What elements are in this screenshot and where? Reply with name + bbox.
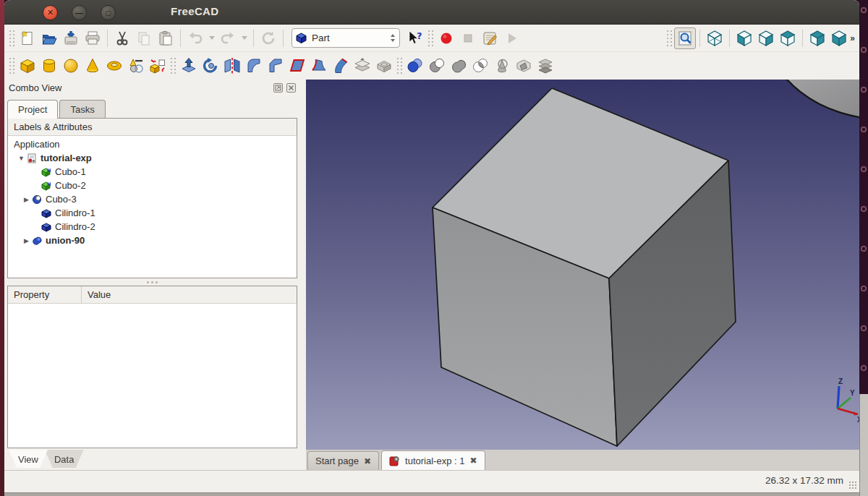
boolean-cut-icon [31, 194, 43, 205]
property-column-header[interactable]: Property [8, 286, 82, 303]
toolbar-handle[interactable] [9, 30, 15, 47]
view-axonometric-icon[interactable] [704, 27, 726, 49]
cut-icon[interactable] [111, 27, 133, 49]
collapsed-arrow-icon[interactable]: ▶ [22, 237, 31, 244]
undo-dropdown-icon[interactable] [206, 27, 217, 49]
tab-data[interactable]: Data [45, 450, 83, 469]
3d-viewport[interactable]: Z Y X [306, 80, 859, 450]
axis-z-label: Z [838, 377, 843, 385]
close-tab-icon[interactable]: ✖ [469, 456, 477, 466]
toolbar-handle[interactable] [396, 57, 403, 74]
part-mirror-icon[interactable] [221, 55, 243, 77]
freecad-document-icon [26, 153, 38, 163]
part-cross-section-icon[interactable] [513, 55, 535, 77]
part-torus-icon[interactable] [103, 55, 125, 77]
refresh-icon[interactable] [258, 27, 279, 49]
part-thickness-icon[interactable] [373, 55, 395, 77]
view-right-icon[interactable] [777, 27, 799, 49]
model-tree-frame: Labels & Attributes Application ▼ tutori… [7, 118, 297, 278]
part-chamfer-icon[interactable] [265, 55, 286, 77]
paste-icon[interactable] [155, 27, 176, 49]
part-section-icon[interactable] [491, 55, 513, 77]
tree-item-union-90[interactable]: ▶ union-90 [8, 234, 297, 247]
tree-item-cubo-1[interactable]: H Cubo-1 [8, 165, 297, 179]
toolbar-handle[interactable] [427, 30, 434, 47]
dimension-indicator: 26.32 x 17.32 mm [765, 475, 843, 486]
value-column-header[interactable]: Value [82, 286, 297, 303]
view-left-icon[interactable] [828, 27, 850, 49]
part-ruled-surface-icon[interactable] [308, 55, 330, 77]
print-icon[interactable] [82, 27, 103, 49]
part-boolean-icon[interactable] [404, 55, 426, 77]
undo-icon[interactable] [184, 27, 206, 49]
workbench-selector[interactable]: Part [292, 28, 400, 48]
part-cut-icon[interactable] [426, 55, 448, 77]
copy-icon[interactable] [133, 27, 155, 49]
tree-item-cilindro-1[interactable]: Cilindro-1 [8, 206, 297, 220]
part-extrude-icon[interactable] [178, 55, 200, 77]
panel-splitter-handle[interactable] [7, 278, 297, 286]
dock-splitter-handle[interactable] [300, 80, 306, 470]
redo-icon[interactable] [217, 27, 239, 49]
view-fit-all-icon[interactable] [674, 27, 696, 49]
open-document-icon[interactable] [38, 27, 60, 49]
tree-root-application[interactable]: Application [8, 137, 297, 151]
property-table-header: Property Value [8, 286, 297, 304]
tree-item-document[interactable]: ▼ tutorial-exp [8, 151, 297, 165]
toolbar-handle[interactable] [9, 57, 15, 74]
expanded-arrow-icon[interactable]: ▼ [17, 155, 26, 162]
minimize-button[interactable]: — [72, 5, 87, 20]
part-cylinder-icon[interactable] [38, 55, 60, 77]
view-rear-icon[interactable] [807, 27, 828, 49]
part-make-face-icon[interactable] [286, 55, 308, 77]
combo-view-tabs: Project Tasks [7, 100, 107, 119]
close-tab-icon[interactable]: ✖ [364, 456, 371, 466]
mdi-tab-document[interactable]: tutorial-exp : 1 ✖ [381, 450, 485, 470]
part-intersection-icon[interactable] [469, 55, 491, 77]
part-shape-builder-icon[interactable] [147, 55, 169, 77]
part-revolve-icon[interactable] [200, 55, 221, 77]
workbench-selected-label: Part [312, 33, 386, 43]
mdi-tab-bar: Start page ✖ tutorial-exp : 1 ✖ [306, 450, 859, 470]
part-loft-icon[interactable] [330, 55, 352, 77]
toolbar-handle[interactable] [666, 30, 673, 47]
tree-item-cubo-2[interactable]: H Cubo-2 [8, 179, 297, 192]
part-box-icon[interactable] [17, 55, 38, 77]
macro-stop-icon[interactable] [457, 27, 479, 49]
part-offset-icon[interactable] [352, 55, 373, 77]
view-front-icon[interactable] [733, 27, 755, 49]
save-document-icon[interactable] [60, 27, 82, 49]
whats-this-icon[interactable]: ? [404, 27, 426, 49]
collapsed-arrow-icon[interactable]: ▶ [22, 196, 31, 203]
redo-dropdown-icon[interactable] [239, 27, 250, 49]
tab-project[interactable]: Project [7, 100, 58, 119]
toolbar-handle[interactable] [170, 57, 176, 74]
tab-view[interactable]: View [9, 450, 48, 469]
tree-item-cilindro-2[interactable]: Cilindro-2 [8, 220, 297, 234]
part-fillet-icon[interactable] [243, 55, 265, 77]
mdi-tab-start-page[interactable]: Start page ✖ [307, 451, 379, 470]
part-cone-icon[interactable] [82, 55, 103, 77]
maximize-button[interactable]: ▢ [101, 5, 116, 20]
part-primitives-icon[interactable] [125, 55, 147, 77]
tree-item-cubo-3[interactable]: ▶ Cubo-3 [8, 192, 297, 206]
part-union-icon[interactable] [448, 55, 469, 77]
part-cross-sections-icon[interactable] [535, 55, 556, 77]
close-button[interactable]: ✕ [43, 5, 58, 20]
part-sphere-icon[interactable] [60, 55, 82, 77]
macro-record-icon[interactable] [435, 27, 457, 49]
macro-play-icon[interactable] [501, 27, 522, 49]
background-window-strip [4, 492, 859, 496]
part-workbench-icon [295, 32, 307, 44]
property-editor-frame: Property Value [7, 286, 297, 448]
float-panel-button[interactable] [273, 83, 283, 93]
tab-tasks[interactable]: Tasks [59, 100, 105, 118]
workbench-spinner[interactable] [391, 34, 396, 42]
view-top-icon[interactable] [755, 27, 777, 49]
toolbar-overflow-button[interactable]: » [850, 33, 856, 43]
close-panel-button[interactable] [286, 83, 296, 93]
macro-edit-icon[interactable] [479, 27, 501, 49]
new-document-icon[interactable] [17, 27, 38, 49]
titlebar[interactable]: ✕ — ▢ FreeCAD [4, 0, 859, 25]
resize-grip[interactable] [848, 481, 857, 489]
